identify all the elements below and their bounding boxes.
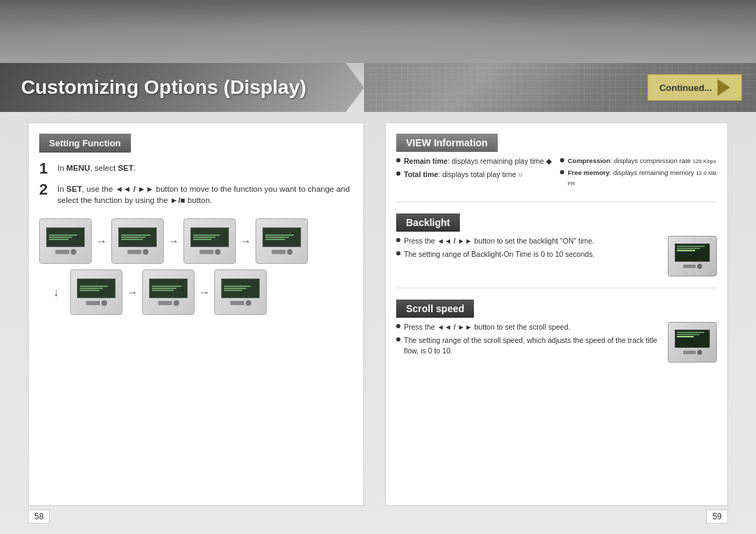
scroll-speed-text-2: The setting range of the scroll speed, w… [404,335,661,358]
page-numbers: 58 59 [28,510,728,524]
arrow-2: → [168,235,179,248]
scroll-speed-mini-dot [697,350,702,355]
page-container: Customizing Options (Display) Continued.… [0,0,756,534]
device-screen-4 [262,227,301,247]
ctrl-dot-3 [215,249,220,255]
device-screen-3 [190,227,229,247]
scroll-speed-mini-controls [683,350,702,355]
device-screen-1 [46,227,85,247]
device-icon-2 [111,218,164,264]
header-left: Customizing Options (Display) [0,63,364,112]
device-icon-1 [39,218,92,264]
header-right: Continued... [364,63,756,112]
bullet-compression: Compression: displays compression rate 1… [560,156,717,166]
step-1-number: 1 [39,161,52,176]
backlight-content: Press the ◄◄ / ►► button to set the back… [396,236,717,276]
diagram-row-2: ↓ [39,269,353,315]
ctrl-rect-7 [230,301,244,305]
remain-time-text: Remain time: displays remaining play tim… [404,156,552,167]
bullet-dot-7 [396,324,400,328]
step-2-text: In SET, use the ◄◄ / ►► button to move t… [57,182,353,206]
device-controls-3 [200,249,220,255]
bullet-dot-8 [396,337,400,342]
main-content: Setting Function 1 In MENU, select SET. … [28,122,728,506]
backlight-text-1: Press the ◄◄ / ►► button to set the back… [404,236,594,247]
step-2-number: 2 [39,182,52,197]
backlight-bullets: Press the ◄◄ / ►► button to set the back… [396,236,661,276]
scroll-speed-bullet-1: Press the ◄◄ / ►► button to set the scro… [396,322,661,333]
arrow-4: → [127,286,138,299]
ctrl-dot-1 [71,249,76,255]
ctrl-dot-4 [287,249,293,255]
section-backlight: Backlight Press the ◄◄ / ►► button to se… [396,213,717,276]
ctrl-rect-4 [272,250,286,254]
scroll-speed-bullets: Press the ◄◄ / ►► button to set the scro… [396,322,661,363]
page-num-left: 58 [28,510,50,524]
device-screen-6 [149,279,188,298]
backlight-bullet-1: Press the ◄◄ / ►► button to set the back… [396,236,661,247]
view-info-title: VIEW Information [406,137,488,148]
device-icon-3 [183,218,236,264]
page-num-right: 59 [706,510,728,524]
ctrl-rect-6 [158,301,172,305]
ctrl-dot-5 [102,300,107,306]
continued-label: Continued... [659,83,712,93]
device-icon-4 [255,218,308,264]
bullet-total-time: Total time: displays total play time ○ [396,169,553,181]
device-screen-7 [221,279,260,298]
device-controls-4 [272,249,293,255]
scroll-speed-header: Scroll speed [396,300,474,318]
step-1-text: In MENU, select SET. [57,161,136,174]
divider-2 [396,288,717,288]
device-controls-2 [127,249,148,255]
top-background [0,0,756,63]
ctrl-dot-7 [246,300,251,306]
device-controls-7 [230,300,251,306]
arrow-1: → [96,235,107,248]
divider-1 [396,202,717,202]
right-panel: VIEW Information Remain time: displays r… [385,122,728,506]
backlight-header: Backlight [396,213,460,232]
device-icon-7 [214,269,267,315]
device-controls-5 [86,300,107,306]
arrow-right-icon [718,79,730,96]
device-icon-5 [70,269,122,315]
bullet-remain-time: Remain time: displays remaining play tim… [396,156,553,167]
ctrl-rect-1 [55,250,69,254]
setting-function-header: Setting Function [39,134,131,153]
bullet-dot-1 [396,158,400,162]
ctrl-dot-6 [174,300,179,306]
ctrl-rect-2 [127,250,141,254]
step-1: 1 In MENU, select SET. [39,161,353,176]
scroll-speed-mini-screen [675,330,710,348]
scroll-speed-text-1: Press the ◄◄ / ►► button to set the scro… [404,322,570,333]
scroll-speed-bullet-2: The setting range of the scroll speed, w… [396,335,661,358]
view-info-content: Remain time: displays remaining play tim… [396,156,717,190]
continued-button[interactable]: Continued... [648,74,742,101]
left-panel: Setting Function 1 In MENU, select SET. … [28,122,364,506]
device-icon-6 [142,269,195,315]
instructions: 1 In MENU, select SET. 2 In SET, use the… [29,161,363,206]
step-2: 2 In SET, use the ◄◄ / ►► button to move… [39,182,353,206]
diagram-row-1: → → [39,218,353,264]
page-title: Customizing Options (Display) [21,76,307,99]
section-view-info: VIEW Information Remain time: displays r… [396,134,717,190]
device-controls-1 [55,249,76,255]
scroll-speed-device [668,322,717,363]
arrow-3: → [240,235,251,248]
backlight-mini-controls [683,264,702,269]
scroll-speed-title: Scroll speed [406,303,464,314]
device-screen-5 [77,279,115,298]
ctrl-rect-3 [200,250,214,254]
compression-text: Compression: displays compression rate 1… [568,156,716,166]
section-scroll-speed: Scroll speed Press the ◄◄ / ►► button to… [396,300,717,363]
bullet-dot-6 [396,251,400,255]
device-diagram: → → [29,211,363,325]
bullet-free-memory: Free memory: displays remaining memory 1… [560,168,717,188]
backlight-text-2: The setting range of Backlight-On Time i… [404,249,595,260]
view-info-header: VIEW Information [396,134,498,152]
ctrl-rect-5 [86,301,100,305]
backlight-title: Backlight [406,217,450,228]
device-controls-6 [158,300,179,306]
backlight-bullet-2: The setting range of Backlight-On Time i… [396,249,661,260]
